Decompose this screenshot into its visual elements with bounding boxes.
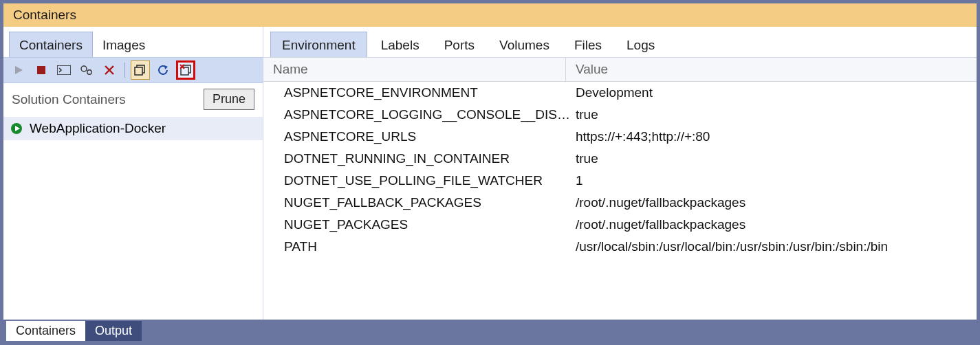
env-name: DOTNET_RUNNING_IN_CONTAINER bbox=[284, 151, 576, 166]
tab-logs[interactable]: Logs bbox=[616, 32, 666, 57]
env-name: ASPNETCORE_ENVIRONMENT bbox=[284, 85, 576, 100]
section-header: Solution Containers Prune bbox=[3, 83, 263, 117]
refresh-button[interactable] bbox=[153, 60, 173, 80]
col-header-name[interactable]: Name bbox=[263, 58, 566, 81]
tab-environment[interactable]: Environment bbox=[270, 32, 367, 57]
toolbar bbox=[3, 57, 263, 83]
table-row[interactable]: PATH/usr/local/sbin:/usr/local/bin:/usr/… bbox=[263, 236, 977, 258]
table-row[interactable]: ASPNETCORE_LOGGING__CONSOLE__DISA...true bbox=[263, 104, 977, 126]
svg-marker-0 bbox=[15, 66, 23, 74]
bottom-tab-containers[interactable]: Containers bbox=[6, 321, 85, 341]
table-row[interactable]: DOTNET_USE_POLLING_FILE_WATCHER1 bbox=[263, 170, 977, 192]
gears-icon bbox=[80, 65, 94, 76]
prune-tooltip[interactable]: Prune bbox=[204, 89, 254, 110]
svg-marker-9 bbox=[164, 65, 168, 69]
env-name: NUGET_FALLBACK_PACKAGES bbox=[284, 195, 576, 210]
env-name: DOTNET_USE_POLLING_FILE_WATCHER bbox=[284, 173, 576, 188]
settings-button[interactable] bbox=[77, 60, 96, 80]
bottom-tabs: Containers Output bbox=[3, 320, 977, 342]
start-button[interactable] bbox=[9, 60, 28, 80]
play-icon bbox=[14, 65, 23, 75]
tab-labels[interactable]: Labels bbox=[370, 32, 431, 57]
env-value: https://+:443;http://+:80 bbox=[576, 129, 977, 144]
x-icon bbox=[104, 65, 115, 76]
terminal-icon bbox=[57, 65, 71, 75]
grid-header: Name Value bbox=[263, 57, 977, 82]
tab-containers[interactable]: Containers bbox=[9, 32, 93, 57]
running-icon bbox=[10, 122, 23, 135]
env-name: ASPNETCORE_LOGGING__CONSOLE__DISA... bbox=[284, 107, 576, 122]
container-name: WebApplication-Docker bbox=[30, 121, 166, 136]
svg-rect-11 bbox=[181, 67, 188, 75]
table-row[interactable]: NUGET_PACKAGES/root/.nuget/fallbackpacka… bbox=[263, 214, 977, 236]
env-value: /usr/local/sbin:/usr/local/bin:/usr/sbin… bbox=[576, 239, 977, 254]
delete-button[interactable] bbox=[100, 60, 119, 80]
table-row[interactable]: DOTNET_RUNNING_IN_CONTAINERtrue bbox=[263, 148, 977, 170]
svg-point-4 bbox=[87, 70, 91, 74]
tab-images[interactable]: Images bbox=[93, 32, 155, 57]
env-value: 1 bbox=[576, 173, 977, 188]
toolbar-separator bbox=[124, 63, 125, 78]
stop-button[interactable] bbox=[32, 60, 51, 80]
prune-icon bbox=[179, 63, 193, 77]
table-row[interactable]: ASPNETCORE_URLShttps://+:443;http://+:80 bbox=[263, 126, 977, 148]
col-header-value[interactable]: Value bbox=[566, 58, 977, 81]
env-value: true bbox=[576, 151, 977, 166]
stack-icon bbox=[134, 64, 146, 76]
env-value: /root/.nuget/fallbackpackages bbox=[576, 217, 977, 232]
tab-files[interactable]: Files bbox=[563, 32, 613, 57]
refresh-icon bbox=[157, 64, 169, 76]
left-tab-row: Containers Images bbox=[3, 27, 263, 57]
tab-ports[interactable]: Ports bbox=[433, 32, 486, 57]
svg-point-3 bbox=[81, 66, 87, 71]
svg-rect-8 bbox=[135, 67, 142, 75]
svg-rect-2 bbox=[57, 65, 71, 75]
window-title: Containers bbox=[3, 3, 977, 27]
stop-icon bbox=[36, 65, 46, 75]
section-title: Solution Containers bbox=[12, 92, 126, 107]
table-row[interactable]: NUGET_FALLBACK_PACKAGES/root/.nuget/fall… bbox=[263, 192, 977, 214]
detail-tabs: Environment Labels Ports Volumes Files L… bbox=[263, 27, 977, 57]
env-value: Development bbox=[576, 85, 977, 100]
svg-rect-1 bbox=[37, 66, 45, 74]
right-pane: Environment Labels Ports Volumes Files L… bbox=[263, 27, 977, 320]
bottom-tab-output[interactable]: Output bbox=[85, 321, 142, 341]
env-value: true bbox=[576, 107, 977, 122]
env-name: PATH bbox=[284, 239, 576, 254]
env-name: NUGET_PACKAGES bbox=[284, 217, 576, 232]
tab-volumes[interactable]: Volumes bbox=[488, 32, 560, 57]
grid-body: ASPNETCORE_ENVIRONMENTDevelopmentASPNETC… bbox=[263, 82, 977, 320]
prune-button[interactable] bbox=[176, 60, 195, 80]
remove-all-button[interactable] bbox=[131, 60, 150, 80]
container-item[interactable]: WebApplication-Docker bbox=[3, 117, 263, 140]
env-name: ASPNETCORE_URLS bbox=[284, 129, 576, 144]
table-row[interactable]: ASPNETCORE_ENVIRONMENTDevelopment bbox=[263, 82, 977, 104]
terminal-button[interactable] bbox=[54, 60, 74, 80]
left-pane: Containers Images bbox=[3, 27, 263, 320]
env-value: /root/.nuget/fallbackpackages bbox=[576, 195, 977, 210]
